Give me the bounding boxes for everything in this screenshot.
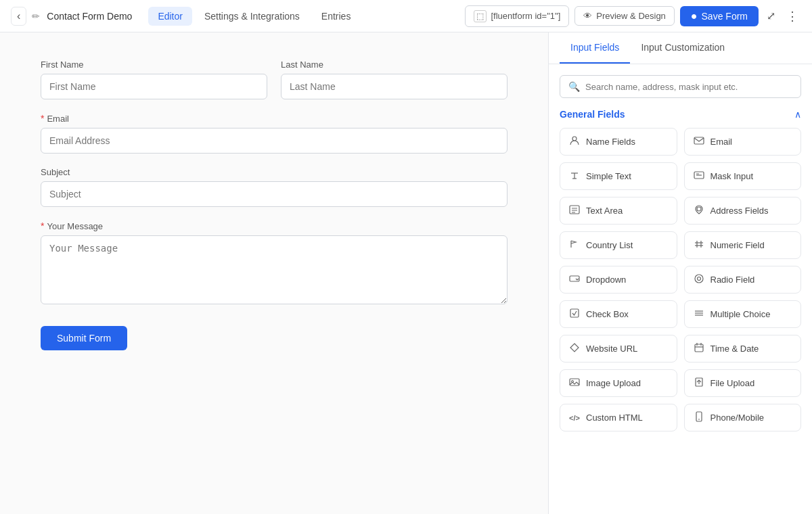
tab-input-customization[interactable]: Input Customization — [630, 32, 736, 64]
last-name-input[interactable] — [281, 74, 508, 99]
field-item-phone-mobile[interactable]: Phone/Mobile — [684, 404, 802, 431]
check-box-label: Check Box — [586, 309, 629, 319]
phone-mobile-label: Phone/Mobile — [710, 413, 765, 423]
field-item-email[interactable]: Email — [684, 128, 802, 156]
tab-settings[interactable]: Settings & Integrations — [195, 7, 309, 26]
email-required: * — [41, 113, 44, 124]
field-item-country-list[interactable]: Country List — [560, 231, 677, 259]
simple-text-label: Simple Text — [586, 171, 631, 181]
section-header: General Fields ∧ — [560, 109, 801, 120]
first-name-label: First Name — [41, 60, 267, 70]
tab-input-fields[interactable]: Input Fields — [560, 32, 630, 64]
tab-editor[interactable]: Editor — [148, 7, 192, 26]
field-item-text-area[interactable]: Text Area — [560, 197, 677, 225]
panel-content: 🔍 General Fields ∧ Name Fields — [549, 64, 812, 514]
svg-rect-25 — [695, 344, 703, 352]
main-layout: First Name Last Name * Email Subject * — [0, 32, 812, 514]
dropdown-icon — [568, 273, 581, 286]
field-item-website-url[interactable]: Website URL — [560, 335, 677, 363]
mask-input-label: Mask Input — [710, 171, 754, 181]
file-upload-label: File Upload — [710, 378, 755, 388]
last-name-group: Last Name — [281, 60, 508, 99]
message-required: * — [41, 220, 44, 231]
svg-rect-17 — [570, 276, 579, 281]
preview-button[interactable]: 👁 Preview & Design — [574, 6, 675, 26]
save-icon: ● — [691, 10, 698, 22]
file-upload-icon — [693, 377, 705, 390]
first-name-input[interactable] — [41, 74, 267, 99]
submit-button[interactable]: Submit Form — [41, 326, 127, 350]
email-group: * Email — [41, 113, 508, 154]
svg-point-19 — [697, 277, 700, 281]
field-item-image-upload[interactable]: Image Upload — [560, 369, 677, 397]
field-item-multiple-choice[interactable]: Multiple Choice — [684, 300, 802, 328]
section-title: General Fields — [560, 109, 625, 120]
field-item-simple-text[interactable]: Simple Text — [560, 162, 677, 190]
country-list-icon — [568, 239, 581, 252]
subject-label: Subject — [41, 167, 508, 177]
image-upload-label: Image Upload — [586, 378, 641, 388]
time-date-icon — [693, 342, 705, 355]
field-item-check-box[interactable]: Check Box — [560, 300, 677, 328]
form-area: First Name Last Name * Email Subject * — [0, 32, 548, 514]
field-item-name-fields[interactable]: Name Fields — [560, 128, 677, 156]
numeric-field-label: Numeric Field — [710, 240, 765, 250]
numeric-field-icon — [693, 239, 705, 252]
mask-input-icon — [693, 170, 705, 183]
email-input[interactable] — [41, 128, 508, 154]
shortcode-button[interactable]: ⬚ [fluentform id="1"] — [465, 5, 569, 27]
multiple-choice-icon — [693, 308, 705, 321]
radio-field-label: Radio Field — [710, 275, 755, 285]
back-button[interactable]: ‹ — [11, 7, 26, 26]
svg-rect-20 — [570, 309, 579, 317]
panel-tabs: Input Fields Input Customization — [549, 32, 812, 64]
first-name-group: First Name — [41, 60, 267, 99]
field-item-custom-html[interactable]: </> Custom HTML — [560, 404, 677, 431]
message-input[interactable] — [41, 235, 508, 304]
field-item-mask-input[interactable]: Mask Input — [684, 162, 802, 190]
website-url-icon — [568, 342, 581, 355]
more-options-button[interactable]: ⋮ — [784, 6, 801, 26]
svg-point-12 — [697, 207, 701, 211]
shortcode-icon: ⬚ — [474, 10, 487, 22]
form-title: Contact Form Demo — [47, 11, 132, 22]
field-item-address-fields[interactable]: Address Fields — [684, 197, 802, 225]
address-fields-label: Address Fields — [710, 206, 769, 216]
name-fields-label: Name Fields — [586, 137, 635, 147]
address-fields-icon — [693, 204, 705, 217]
search-input[interactable] — [585, 82, 792, 92]
edit-icon: ✏ — [32, 11, 40, 22]
radio-field-icon — [693, 273, 705, 286]
check-box-icon — [568, 308, 581, 321]
time-date-label: Time & Date — [710, 344, 759, 354]
last-name-label: Last Name — [281, 60, 508, 70]
custom-html-icon: </> — [568, 414, 581, 422]
name-row: First Name Last Name — [41, 60, 508, 99]
name-fields-icon — [568, 135, 581, 148]
svg-point-0 — [572, 137, 577, 141]
message-group: * Your Message — [41, 220, 508, 304]
multiple-choice-label: Multiple Choice — [710, 309, 771, 319]
fields-grid: Name Fields Email — [560, 128, 801, 431]
subject-input[interactable] — [41, 181, 508, 207]
svg-marker-24 — [570, 344, 579, 352]
field-item-radio-field[interactable]: Radio Field — [684, 266, 802, 294]
search-icon: 🔍 — [568, 81, 580, 92]
right-panel: Input Fields Input Customization 🔍 Gener… — [548, 32, 812, 514]
custom-html-label: Custom HTML — [586, 413, 643, 423]
field-item-numeric-field[interactable]: Numeric Field — [684, 231, 802, 259]
eye-icon: 👁 — [583, 11, 592, 21]
field-item-dropdown[interactable]: Dropdown — [560, 266, 677, 294]
simple-text-icon — [568, 170, 581, 183]
svg-point-18 — [695, 275, 703, 283]
svg-rect-1 — [694, 137, 704, 144]
fullscreen-button[interactable]: ⤢ — [764, 7, 778, 25]
tab-entries[interactable]: Entries — [312, 7, 361, 26]
save-button[interactable]: ● Save Form — [680, 6, 759, 26]
phone-mobile-icon — [693, 411, 705, 424]
website-url-label: Website URL — [586, 344, 637, 354]
text-area-icon — [568, 204, 581, 217]
collapse-icon[interactable]: ∧ — [794, 109, 801, 120]
field-item-file-upload[interactable]: File Upload — [684, 369, 802, 397]
field-item-time-date[interactable]: Time & Date — [684, 335, 802, 363]
